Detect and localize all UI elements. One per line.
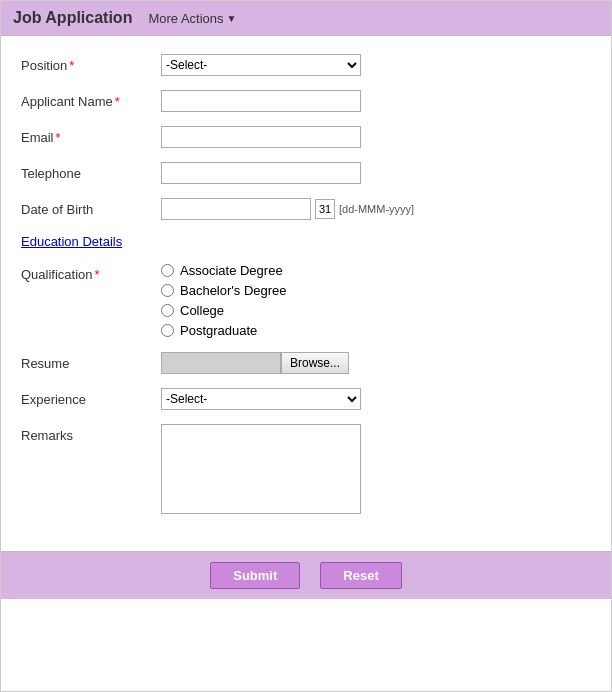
qualification-radio-college[interactable] bbox=[161, 304, 174, 317]
applicant-name-row: Applicant Name* bbox=[21, 90, 591, 112]
education-section-title: Education Details bbox=[21, 234, 591, 249]
email-input[interactable] bbox=[161, 126, 361, 148]
qualification-option-bachelor[interactable]: Bachelor's Degree bbox=[161, 283, 591, 298]
telephone-label: Telephone bbox=[21, 162, 161, 181]
experience-row: Experience -Select- bbox=[21, 388, 591, 410]
more-actions-button[interactable]: More Actions ▼ bbox=[148, 11, 236, 26]
qualification-radio-group: Associate Degree Bachelor's Degree Colle… bbox=[161, 263, 591, 338]
resume-label: Resume bbox=[21, 352, 161, 371]
email-row: Email* bbox=[21, 126, 591, 148]
qualification-field: Associate Degree Bachelor's Degree Colle… bbox=[161, 263, 591, 338]
remarks-field bbox=[161, 424, 591, 517]
browse-button[interactable]: Browse... bbox=[281, 352, 349, 374]
applicant-name-field bbox=[161, 90, 591, 112]
chevron-down-icon: ▼ bbox=[227, 13, 237, 24]
submit-button[interactable]: Submit bbox=[210, 562, 300, 589]
qualification-label: Qualification* bbox=[21, 263, 161, 282]
date-format-hint: [dd-MMM-yyyy] bbox=[339, 203, 414, 215]
form-body: Position* -Select- Applicant Name* Email… bbox=[1, 36, 611, 541]
qualification-option-postgraduate[interactable]: Postgraduate bbox=[161, 323, 591, 338]
telephone-field bbox=[161, 162, 591, 184]
qualification-option-associate[interactable]: Associate Degree bbox=[161, 263, 591, 278]
experience-select[interactable]: -Select- bbox=[161, 388, 361, 410]
remarks-textarea[interactable] bbox=[161, 424, 361, 514]
email-label: Email* bbox=[21, 126, 161, 145]
experience-label: Experience bbox=[21, 388, 161, 407]
reset-button[interactable]: Reset bbox=[320, 562, 401, 589]
resume-row: Resume Browse... bbox=[21, 352, 591, 374]
position-field: -Select- bbox=[161, 54, 591, 76]
qualification-option-college[interactable]: College bbox=[161, 303, 591, 318]
applicant-name-label: Applicant Name* bbox=[21, 90, 161, 109]
dob-field: 31 [dd-MMM-yyyy] bbox=[161, 198, 591, 220]
qualification-radio-associate[interactable] bbox=[161, 264, 174, 277]
applicant-name-input[interactable] bbox=[161, 90, 361, 112]
experience-field: -Select- bbox=[161, 388, 591, 410]
footer: Submit Reset bbox=[1, 551, 611, 599]
page-title: Job Application bbox=[13, 9, 132, 27]
email-field bbox=[161, 126, 591, 148]
telephone-input[interactable] bbox=[161, 162, 361, 184]
position-label: Position* bbox=[21, 54, 161, 73]
remarks-row: Remarks bbox=[21, 424, 591, 517]
header: Job Application More Actions ▼ bbox=[1, 1, 611, 36]
file-text-box bbox=[161, 352, 281, 374]
position-row: Position* -Select- bbox=[21, 54, 591, 76]
position-select[interactable]: -Select- bbox=[161, 54, 361, 76]
qualification-row: Qualification* Associate Degree Bachelor… bbox=[21, 263, 591, 338]
qualification-radio-bachelor[interactable] bbox=[161, 284, 174, 297]
resume-field: Browse... bbox=[161, 352, 591, 374]
file-input-row: Browse... bbox=[161, 352, 591, 374]
dob-input[interactable] bbox=[161, 198, 311, 220]
dob-row: Date of Birth 31 [dd-MMM-yyyy] bbox=[21, 198, 591, 220]
remarks-label: Remarks bbox=[21, 424, 161, 443]
date-row: 31 [dd-MMM-yyyy] bbox=[161, 198, 591, 220]
telephone-row: Telephone bbox=[21, 162, 591, 184]
qualification-radio-postgraduate[interactable] bbox=[161, 324, 174, 337]
page-wrapper: Job Application More Actions ▼ Position*… bbox=[0, 0, 612, 692]
calendar-icon[interactable]: 31 bbox=[315, 199, 335, 219]
dob-label: Date of Birth bbox=[21, 198, 161, 217]
